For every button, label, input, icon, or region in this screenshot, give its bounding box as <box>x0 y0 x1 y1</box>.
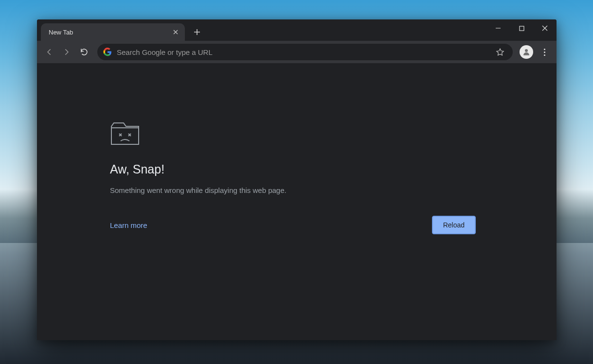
page-content: Aw, Snap! Something went wrong while dis… <box>37 63 557 340</box>
error-message: Something went wrong while displaying th… <box>110 186 476 194</box>
new-tab-button[interactable] <box>190 25 204 39</box>
google-icon <box>103 48 112 56</box>
kebab-menu-icon[interactable] <box>536 44 553 60</box>
sad-folder-icon <box>110 121 476 148</box>
error-actions: Learn more Reload <box>110 216 476 234</box>
reload-button[interactable]: Reload <box>432 216 476 234</box>
learn-more-link[interactable]: Learn more <box>110 221 147 229</box>
window-controls <box>486 19 557 37</box>
toolbar <box>37 41 557 63</box>
url-input[interactable] <box>117 48 488 56</box>
forward-button[interactable] <box>58 44 75 60</box>
close-tab-icon[interactable] <box>171 28 180 36</box>
back-button[interactable] <box>41 44 57 60</box>
svg-point-1 <box>525 49 528 52</box>
tab-strip: New Tab <box>37 19 557 41</box>
error-title: Aw, Snap! <box>110 162 476 176</box>
tab-title: New Tab <box>49 29 171 36</box>
desktop-wallpaper: New Tab <box>0 0 593 364</box>
profile-avatar[interactable] <box>520 45 533 59</box>
error-panel: Aw, Snap! Something went wrong while dis… <box>110 121 476 234</box>
minimize-button[interactable] <box>486 19 510 37</box>
bookmark-star-icon[interactable] <box>493 45 507 59</box>
svg-rect-0 <box>520 26 524 31</box>
close-window-button[interactable] <box>533 19 557 37</box>
address-bar[interactable] <box>97 44 513 60</box>
maximize-button[interactable] <box>510 19 533 37</box>
browser-window: New Tab <box>37 19 557 340</box>
tab-new-tab[interactable]: New Tab <box>41 23 185 41</box>
reload-icon-button[interactable] <box>76 44 92 60</box>
